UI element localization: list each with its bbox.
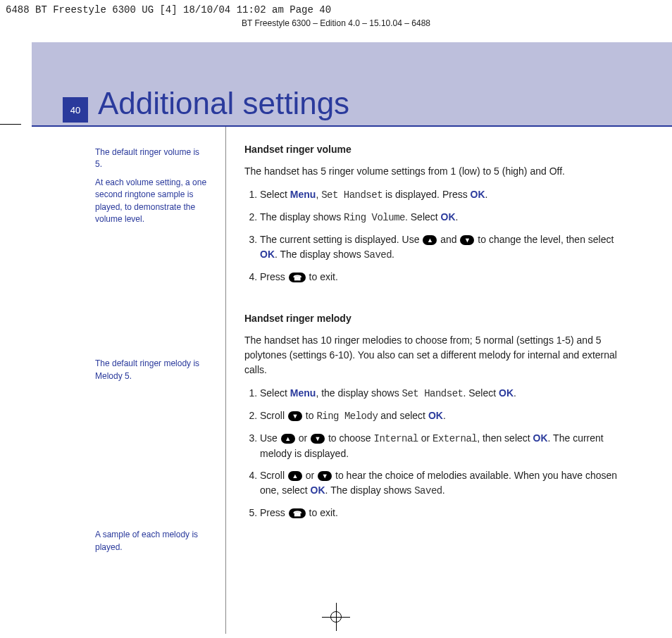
- step: Select Menu, Set Handset is displayed. P…: [260, 187, 620, 203]
- text: to change the level, then select: [475, 234, 614, 245]
- side-note: The default ringer melody is Melody 5.: [95, 358, 209, 382]
- text: The current setting is displayed. Use: [260, 234, 422, 245]
- step: The display shows Ring Volume. Select OK…: [260, 210, 620, 225]
- section-heading: Handset ringer volume: [244, 142, 620, 157]
- exit-icon: [289, 273, 306, 282]
- lcd-text: External: [433, 433, 477, 444]
- text: .: [514, 387, 516, 399]
- steps-list: Select Menu, the display shows Set Hands…: [244, 386, 620, 520]
- down-arrow-icon: [288, 411, 302, 421]
- down-arrow-icon: [318, 471, 332, 481]
- registration-circle-icon: [330, 611, 342, 623]
- text: , then select: [477, 432, 533, 444]
- text: The display shows: [260, 211, 344, 223]
- section-intro: The handset has 10 ringer melodies to ch…: [244, 333, 620, 377]
- ok-keyword: OK: [428, 410, 443, 421]
- exit-icon: [289, 508, 306, 518]
- lcd-text: Set Handset: [321, 189, 382, 201]
- text: Press: [260, 507, 288, 518]
- text: or: [303, 470, 317, 481]
- steps-list: Select Menu, Set Handset is displayed. P…: [244, 187, 620, 284]
- text: . The display shows: [275, 249, 364, 260]
- text: . Select: [405, 211, 441, 223]
- step: Select Menu, the display shows Set Hands…: [260, 386, 620, 401]
- text: .: [443, 410, 446, 421]
- step: The current setting is displayed. Use an…: [260, 232, 620, 263]
- section-heading: Handset ringer melody: [244, 311, 620, 326]
- lcd-text: Ring Melody: [316, 411, 378, 422]
- text: or: [296, 432, 310, 444]
- side-note: A sample of each melody is played.: [95, 529, 209, 553]
- crop-mark-horizontal: [0, 124, 21, 125]
- text: , the display shows: [316, 387, 402, 399]
- step: Use or to choose Internal or External, t…: [260, 431, 620, 461]
- edition-line: BT Freestyle 6300 – Edition 4.0 – 15.10.…: [0, 17, 672, 32]
- lcd-text: Set Handset: [402, 388, 463, 399]
- lcd-text: Ring Volume: [344, 212, 405, 223]
- ok-keyword: OK: [471, 189, 485, 200]
- text: to: [303, 410, 316, 421]
- text: .: [392, 249, 394, 260]
- main-column: Handset ringer volume The handset has 5 …: [226, 127, 672, 634]
- step: Press to exit.: [260, 506, 620, 520]
- ok-keyword: OK: [441, 211, 456, 223]
- text: Press: [260, 271, 288, 282]
- side-note: The default ringer volume is 5.: [95, 146, 209, 171]
- text: Select: [260, 189, 290, 200]
- page-header: 40 Additional settings: [32, 42, 672, 127]
- step: Scroll or to hear the choice of melodies…: [260, 468, 620, 499]
- text: Select: [260, 387, 290, 399]
- text: and select: [378, 410, 428, 421]
- text: Scroll: [260, 410, 287, 421]
- text: . The display shows: [325, 484, 415, 496]
- text: .: [442, 484, 445, 496]
- up-arrow-icon: [281, 434, 295, 444]
- side-notes-column: The default ringer volume is 5. At each …: [32, 127, 225, 634]
- down-arrow-icon: [460, 235, 474, 245]
- page-title: Additional settings: [98, 86, 349, 121]
- ok-keyword: OK: [311, 484, 325, 496]
- content-area: The default ringer volume is 5. At each …: [32, 127, 672, 634]
- text: is displayed. Press: [382, 189, 471, 200]
- text: .: [485, 189, 488, 200]
- text: Scroll: [260, 470, 287, 481]
- up-arrow-icon: [423, 235, 437, 245]
- section-intro: The handset has 5 ringer volume settings…: [244, 164, 620, 179]
- text: . Select: [463, 387, 499, 399]
- text: to exit.: [306, 271, 338, 282]
- lcd-text: Internal: [374, 433, 418, 444]
- text: ,: [316, 189, 321, 200]
- step: Scroll to Ring Melody and select OK.: [260, 408, 620, 424]
- ok-keyword: OK: [533, 432, 548, 444]
- menu-keyword: Menu: [290, 387, 316, 399]
- text: and: [437, 234, 459, 245]
- text: to exit.: [306, 507, 338, 518]
- print-metadata-line: 6488 BT Freestyle 6300 UG [4] 18/10/04 1…: [0, 0, 672, 17]
- menu-keyword: Menu: [290, 189, 316, 200]
- text: to choose: [325, 432, 374, 444]
- page-number-box: 40: [63, 97, 88, 123]
- lcd-text: Saved: [414, 485, 442, 496]
- text: Use: [260, 432, 280, 444]
- side-note: At each volume setting, a one second rin…: [95, 177, 209, 226]
- ok-keyword: OK: [499, 387, 514, 399]
- step: Press to exit.: [260, 270, 620, 284]
- ok-keyword: OK: [260, 249, 275, 260]
- registration-mark: [322, 603, 350, 631]
- text: .: [456, 211, 459, 223]
- up-arrow-icon: [288, 471, 302, 481]
- text: or: [418, 432, 433, 444]
- lcd-text: Saved: [364, 249, 392, 261]
- down-arrow-icon: [311, 434, 325, 444]
